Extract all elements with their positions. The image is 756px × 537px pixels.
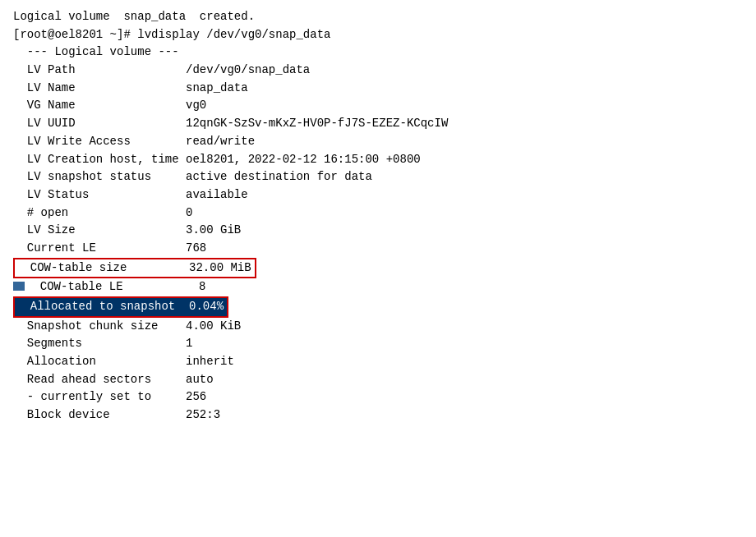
terminal-line-9: LV Creation host, time oel8201, 2022-02-…: [13, 151, 743, 169]
terminal-line-21: Read ahead sectors auto: [13, 371, 743, 389]
terminal-line-15: COW-table size 32.00 MiB: [13, 258, 743, 279]
terminal-line-18: Snapshot chunk size 4.00 KiB: [13, 318, 743, 336]
terminal-line-6: VG Name vg0: [13, 97, 743, 115]
terminal-line-22: - currently set to 256: [13, 388, 743, 406]
terminal-line-10: LV snapshot status active destination fo…: [13, 168, 743, 186]
terminal-line-7: LV UUID 12qnGK-SzSv-mKxZ-HV0P-fJ7S-EZEZ-…: [13, 115, 743, 133]
terminal-line-16: COW-table LE 8: [13, 278, 743, 296]
terminal-line-17: Allocated to snapshot 0.04%: [13, 296, 743, 318]
terminal-line-14: Current LE 768: [13, 240, 743, 258]
terminal-line-5: LV Name snap_data: [13, 80, 743, 98]
terminal-line-19: Segments 1: [13, 335, 743, 353]
terminal-line-11: LV Status available: [13, 186, 743, 204]
terminal-line-12: # open 0: [13, 204, 743, 223]
terminal-line-2: [root@oel8201 ~]# lvdisplay /dev/vg0/sna…: [13, 26, 743, 44]
terminal-window: Logical volume snap_data created.[root@o…: [0, 0, 756, 537]
line-text: COW-table LE 8: [26, 280, 205, 293]
highlighted-row: COW-table size 32.00 MiB: [13, 258, 256, 279]
terminal-line-13: LV Size 3.00 GiB: [13, 222, 743, 240]
selected-row: Allocated to snapshot 0.04%: [13, 296, 228, 318]
terminal-line-4: LV Path /dev/vg0/snap_data: [13, 62, 743, 80]
terminal-line-3: --- Logical volume ---: [13, 44, 743, 62]
terminal-line-23: Block device 252:3: [13, 406, 743, 425]
small-file-icon: [13, 282, 25, 291]
terminal-line-20: Allocation inherit: [13, 353, 743, 371]
terminal-line-8: LV Write Access read/write: [13, 133, 743, 151]
terminal-line-1: Logical volume snap_data created.: [13, 8, 743, 26]
